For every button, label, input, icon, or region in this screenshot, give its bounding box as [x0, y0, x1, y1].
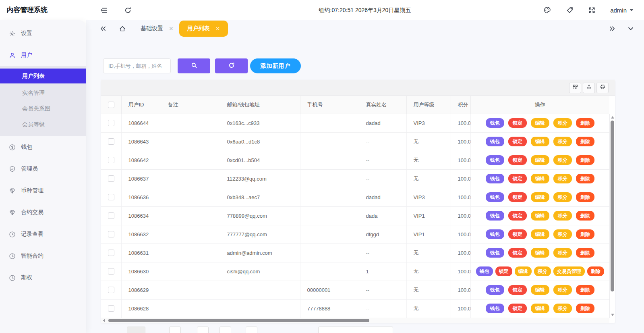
wallet-button[interactable]: 钱包: [486, 192, 504, 202]
scroll-down-icon[interactable]: [611, 314, 614, 316]
delete-button[interactable]: 删除: [576, 211, 594, 221]
row-checkbox[interactable]: [108, 268, 114, 275]
trader-button[interactable]: 交易员管理: [553, 266, 585, 276]
edit-button[interactable]: 编辑: [531, 137, 549, 146]
points-button[interactable]: 积分: [553, 248, 572, 258]
tab-basic-settings[interactable]: 基础设置 ✕: [141, 21, 174, 37]
home-icon[interactable]: [119, 25, 126, 32]
lock-button[interactable]: 锁定: [508, 285, 527, 295]
wallet-button[interactable]: 钱包: [486, 137, 504, 146]
lock-button[interactable]: 锁定: [508, 304, 527, 313]
add-user-button[interactable]: 添加新用户: [250, 58, 301, 73]
tabs-scroll-left-icon[interactable]: [99, 25, 107, 32]
delete-button[interactable]: 删除: [576, 137, 594, 146]
lock-button[interactable]: 锁定: [508, 248, 527, 258]
table-vertical-scrollbar[interactable]: [609, 114, 615, 318]
delete-button[interactable]: 删除: [576, 192, 594, 202]
row-checkbox[interactable]: [108, 194, 114, 200]
wallet-button[interactable]: 钱包: [486, 304, 504, 313]
delete-button[interactable]: 删除: [576, 248, 594, 258]
delete-button[interactable]: 删除: [576, 229, 594, 239]
edit-button[interactable]: 编辑: [531, 118, 549, 128]
edit-button[interactable]: 编辑: [515, 266, 532, 276]
wallet-button[interactable]: 钱包: [486, 285, 504, 295]
user-menu[interactable]: admin: [610, 7, 634, 14]
close-icon[interactable]: ✕: [215, 26, 220, 31]
columns-filter-button[interactable]: [569, 83, 581, 93]
row-checkbox[interactable]: [108, 305, 114, 312]
scroll-up-icon[interactable]: [611, 116, 614, 119]
row-checkbox[interactable]: [108, 138, 114, 145]
sidebar-item-member-levels[interactable]: 会员等级: [0, 117, 86, 132]
sidebar-item-settings[interactable]: 设置: [0, 23, 86, 44]
lock-button[interactable]: 锁定: [508, 211, 527, 221]
horizontal-scroll-thumb[interactable]: [108, 319, 369, 322]
sidebar-item-realname-manage[interactable]: 实名管理: [0, 85, 86, 101]
points-button[interactable]: 积分: [553, 137, 572, 146]
pagination-control[interactable]: [219, 327, 231, 333]
row-checkbox[interactable]: [108, 157, 114, 163]
edit-button[interactable]: 编辑: [531, 211, 549, 221]
wallet-button[interactable]: 钱包: [486, 229, 504, 239]
points-button[interactable]: 积分: [553, 155, 572, 165]
palette-icon[interactable]: [543, 6, 551, 14]
points-button[interactable]: 积分: [553, 174, 572, 183]
wallet-button[interactable]: 钱包: [476, 266, 493, 276]
row-checkbox[interactable]: [108, 212, 114, 219]
delete-button[interactable]: 删除: [576, 118, 594, 128]
points-button[interactable]: 积分: [553, 304, 572, 313]
tab-user-list[interactable]: 用户列表 ✕: [179, 21, 228, 37]
lock-button[interactable]: 锁定: [508, 137, 527, 146]
scroll-left-icon[interactable]: [103, 319, 105, 322]
wallet-button[interactable]: 钱包: [486, 248, 504, 258]
lock-button[interactable]: 锁定: [508, 192, 527, 202]
edit-button[interactable]: 编辑: [531, 285, 549, 295]
refresh-list-button[interactable]: [215, 58, 248, 73]
search-button[interactable]: [178, 58, 210, 73]
pagination-control[interactable]: [246, 327, 257, 333]
print-button[interactable]: [596, 83, 609, 93]
points-button[interactable]: 积分: [553, 285, 572, 295]
wallet-button[interactable]: 钱包: [486, 118, 504, 128]
vertical-scroll-thumb[interactable]: [611, 121, 614, 291]
sidebar-item-user-list[interactable]: 用户列表: [0, 69, 86, 83]
row-checkbox[interactable]: [108, 287, 114, 293]
points-button[interactable]: 积分: [553, 229, 572, 239]
sidebar-item-smart-contract[interactable]: 智能合约: [0, 245, 86, 267]
sidebar-item-contract-trading[interactable]: 合约交易: [0, 202, 86, 223]
wallet-button[interactable]: 钱包: [486, 174, 504, 183]
tabs-scroll-right-icon[interactable]: [609, 25, 616, 32]
delete-button[interactable]: 删除: [576, 285, 594, 295]
sidebar-item-wallet[interactable]: 钱包: [0, 136, 86, 158]
delete-button[interactable]: 删除: [576, 174, 594, 183]
sidebar-item-record-view[interactable]: 记录查看: [0, 223, 86, 245]
export-button[interactable]: [583, 83, 595, 93]
lock-button[interactable]: 锁定: [508, 174, 527, 183]
edit-button[interactable]: 编辑: [531, 229, 549, 239]
menu-fold-icon[interactable]: [100, 6, 108, 14]
lock-button[interactable]: 锁定: [508, 155, 527, 165]
search-input[interactable]: [103, 58, 171, 73]
sidebar-item-administrators[interactable]: 管理员: [0, 158, 86, 180]
edit-button[interactable]: 编辑: [531, 155, 549, 165]
edit-button[interactable]: 编辑: [531, 192, 549, 202]
tag-icon[interactable]: [566, 6, 574, 14]
delete-button[interactable]: 删除: [576, 304, 594, 313]
select-all-checkbox[interactable]: [108, 102, 114, 108]
pagination-control[interactable]: [127, 327, 145, 333]
points-button[interactable]: 积分: [553, 192, 572, 202]
edit-button[interactable]: 编辑: [531, 304, 549, 313]
row-checkbox[interactable]: [108, 231, 114, 237]
table-horizontal-scrollbar[interactable]: [101, 318, 609, 323]
sidebar-item-coin-manage[interactable]: 币种管理: [0, 180, 86, 202]
points-button[interactable]: 积分: [553, 211, 572, 221]
tabs-menu-icon[interactable]: [627, 25, 634, 32]
lock-button[interactable]: 锁定: [508, 229, 527, 239]
close-icon[interactable]: ✕: [169, 26, 174, 31]
delete-button[interactable]: 删除: [576, 155, 594, 165]
row-checkbox[interactable]: [108, 175, 114, 182]
row-checkbox[interactable]: [108, 120, 114, 126]
edit-button[interactable]: 编辑: [531, 174, 549, 183]
refresh-icon[interactable]: [124, 6, 132, 14]
lock-button[interactable]: 锁定: [508, 118, 527, 128]
